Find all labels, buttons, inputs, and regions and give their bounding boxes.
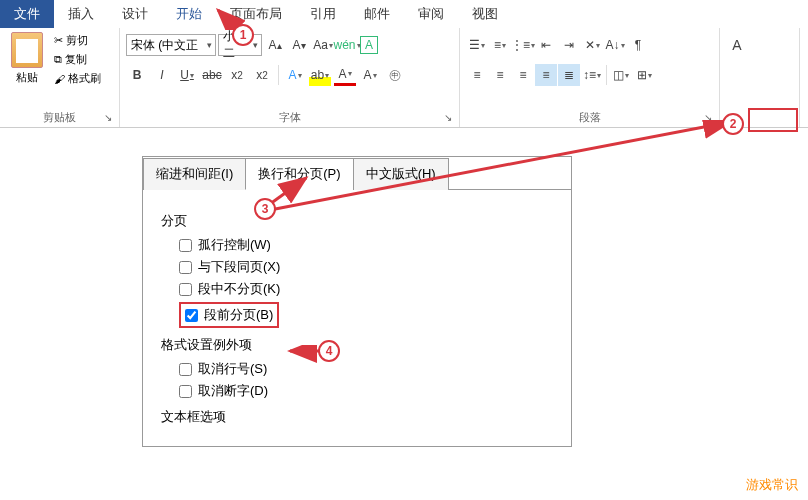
- callout-2: 2: [722, 113, 744, 135]
- shading-button[interactable]: ◫: [610, 64, 632, 86]
- decrease-indent-button[interactable]: ⇤: [535, 34, 557, 56]
- label-nohyphen: 取消断字(D): [198, 382, 268, 400]
- checkbox-suppresslinenum[interactable]: [179, 363, 192, 376]
- tab-mailings[interactable]: 邮件: [350, 0, 404, 28]
- dialog-tab-chinese[interactable]: 中文版式(H): [353, 158, 449, 190]
- checkbox-keepnext[interactable]: [179, 261, 192, 274]
- sort-button[interactable]: A↓: [604, 34, 626, 56]
- strike-button[interactable]: abc: [201, 64, 223, 86]
- paste-icon: [11, 32, 43, 68]
- highlight-button[interactable]: ab: [309, 64, 331, 86]
- watermark: 游戏常识: [746, 476, 798, 494]
- shrink-font-button[interactable]: A▾: [288, 34, 310, 56]
- group-font: 宋体 (中文正 小二 A▴ A▾ Aa wén A B I U abc x2 x…: [120, 28, 460, 127]
- paste-button[interactable]: 粘贴: [6, 32, 48, 87]
- char-border-button[interactable]: A: [360, 36, 378, 54]
- brush-icon: 🖌: [54, 73, 65, 85]
- underline-button[interactable]: U: [176, 64, 198, 86]
- paste-label: 粘贴: [16, 70, 38, 85]
- label-suppresslinenum: 取消行号(S): [198, 360, 267, 378]
- paragraph-dialog: 缩进和间距(I) 换行和分页(P) 中文版式(H) 分页 孤行控制(W) 与下段…: [142, 156, 572, 447]
- callout-1: 1: [232, 24, 254, 46]
- highlight-box-2: [748, 108, 798, 132]
- bullets-button[interactable]: ☰: [466, 34, 488, 56]
- highlight-box-4: 段前分页(B): [179, 302, 279, 328]
- show-marks-button[interactable]: ¶: [627, 34, 649, 56]
- checkbox-widow[interactable]: [179, 239, 192, 252]
- align-right-button[interactable]: ≡: [512, 64, 534, 86]
- superscript-button[interactable]: x2: [251, 64, 273, 86]
- justify-button[interactable]: ≡: [535, 64, 557, 86]
- group-paragraph: ☰ ≡ ⋮≡ ⇤ ⇥ ✕ A↓ ¶ ≡ ≡ ≡ ≡ ≣ ↕≡ ◫ ⊞ 段落 ↘: [460, 28, 720, 127]
- ribbon: 粘贴 ✂剪切 ⧉复制 🖌格式刷 剪贴板 ↘ 宋体 (中文正 小二 A▴ A▾ A…: [0, 28, 808, 128]
- italic-button[interactable]: I: [151, 64, 173, 86]
- cut-button[interactable]: ✂剪切: [52, 32, 103, 49]
- dialog-tab-indent[interactable]: 缩进和间距(I): [143, 158, 246, 190]
- phonetic-button[interactable]: wén: [336, 34, 358, 56]
- label-widow: 孤行控制(W): [198, 236, 271, 254]
- multilevel-button[interactable]: ⋮≡: [512, 34, 534, 56]
- cut-label: 剪切: [66, 33, 88, 48]
- group-clipboard: 粘贴 ✂剪切 ⧉复制 🖌格式刷 剪贴板 ↘: [0, 28, 120, 127]
- format-painter-button[interactable]: 🖌格式刷: [52, 70, 103, 87]
- increase-indent-button[interactable]: ⇥: [558, 34, 580, 56]
- tab-home[interactable]: 开始: [162, 0, 216, 28]
- tab-references[interactable]: 引用: [296, 0, 350, 28]
- bold-button[interactable]: B: [126, 64, 148, 86]
- enclose-char-button[interactable]: ㊥: [384, 64, 406, 86]
- clipboard-launcher[interactable]: ↘: [104, 112, 116, 124]
- group-label-clipboard: 剪贴板: [0, 110, 119, 125]
- tab-view[interactable]: 视图: [458, 0, 512, 28]
- tab-layout[interactable]: 页面布局: [216, 0, 296, 28]
- label-keepnext: 与下段同页(X): [198, 258, 280, 276]
- paragraph-launcher[interactable]: ↘: [704, 112, 716, 124]
- checkbox-pagebreak[interactable]: [185, 309, 198, 322]
- section-pagination: 分页: [161, 212, 553, 230]
- tab-insert[interactable]: 插入: [54, 0, 108, 28]
- tab-design[interactable]: 设计: [108, 0, 162, 28]
- font-name-combo[interactable]: 宋体 (中文正: [126, 34, 216, 56]
- tab-review[interactable]: 审阅: [404, 0, 458, 28]
- dialog-tab-pagebreak[interactable]: 换行和分页(P): [245, 158, 353, 190]
- tab-file[interactable]: 文件: [0, 0, 54, 28]
- section-textbox: 文本框选项: [161, 408, 553, 426]
- distribute-button[interactable]: ≣: [558, 64, 580, 86]
- line-spacing-button[interactable]: ↕≡: [581, 64, 603, 86]
- font-launcher[interactable]: ↘: [444, 112, 456, 124]
- numbering-button[interactable]: ≡: [489, 34, 511, 56]
- checkbox-nohyphen[interactable]: [179, 385, 192, 398]
- menu-bar: 文件 插入 设计 开始 页面布局 引用 邮件 审阅 视图: [0, 0, 808, 28]
- dialog-body: 分页 孤行控制(W) 与下段同页(X) 段中不分页(K) 段前分页(B) 格式设…: [143, 190, 571, 446]
- group-label-paragraph: 段落: [460, 110, 719, 125]
- section-exceptions: 格式设置例外项: [161, 336, 553, 354]
- dialog-tabs: 缩进和间距(I) 换行和分页(P) 中文版式(H): [143, 157, 571, 190]
- subscript-button[interactable]: x2: [226, 64, 248, 86]
- label-keeplines: 段中不分页(K): [198, 280, 280, 298]
- char-shading-button[interactable]: A: [359, 64, 381, 86]
- align-center-button[interactable]: ≡: [489, 64, 511, 86]
- callout-3: 3: [254, 198, 276, 220]
- copy-label: 复制: [65, 52, 87, 67]
- group-label-font: 字体: [120, 110, 459, 125]
- label-pagebreak: 段前分页(B): [204, 306, 273, 324]
- change-case-button[interactable]: Aa: [312, 34, 334, 56]
- scissors-icon: ✂: [54, 34, 63, 47]
- grow-font-button[interactable]: A▴: [264, 34, 286, 56]
- text-effects-button[interactable]: A: [284, 64, 306, 86]
- borders-button[interactable]: ⊞: [633, 64, 655, 86]
- callout-4: 4: [318, 340, 340, 362]
- copy-icon: ⧉: [54, 53, 62, 66]
- font-color-button[interactable]: A: [334, 64, 356, 86]
- asian-layout-button[interactable]: ✕: [581, 34, 603, 56]
- checkbox-keeplines[interactable]: [179, 283, 192, 296]
- painter-label: 格式刷: [68, 71, 101, 86]
- copy-button[interactable]: ⧉复制: [52, 51, 103, 68]
- align-left-button[interactable]: ≡: [466, 64, 488, 86]
- styles-button[interactable]: A: [726, 34, 748, 56]
